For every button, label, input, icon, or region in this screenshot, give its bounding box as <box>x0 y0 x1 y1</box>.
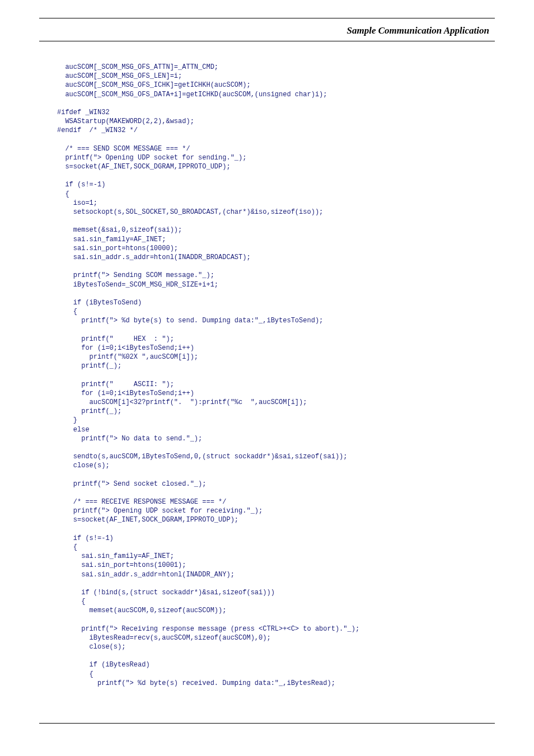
page: Sample Communication Application aucSCOM… <box>0 0 534 756</box>
code-block: aucSCOM[_SCOM_MSG_OFS_ATTN]=_ATTN_CMD; a… <box>57 63 495 688</box>
header-title: Sample Communication Application <box>347 25 489 36</box>
running-header: Sample Communication Application <box>39 22 495 41</box>
bottom-rule <box>39 723 495 724</box>
top-rule <box>39 18 495 18</box>
